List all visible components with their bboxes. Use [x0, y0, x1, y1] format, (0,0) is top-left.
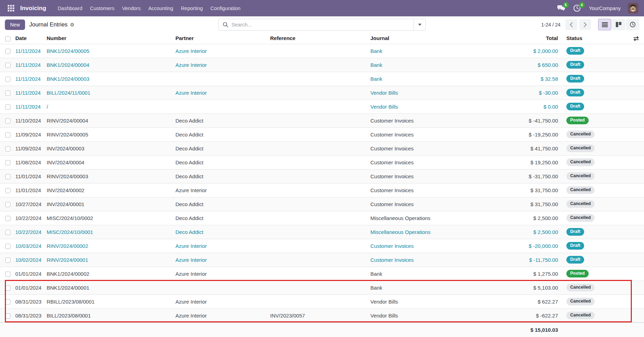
table-row[interactable]: 11/11/2024 BNK1/2024/00003 Bank $ 32.58 …	[0, 72, 644, 86]
table-row[interactable]: 01/01/2024 BNK1/2024/00001 Bank $ 5,103.…	[0, 281, 644, 295]
cell-partner	[175, 281, 270, 295]
menu-customers[interactable]: Customers	[86, 3, 118, 13]
cell-total: $ -30.00	[489, 86, 564, 100]
table-row[interactable]: 11/08/2024 INV/2024/00004 Deco Addict Cu…	[0, 155, 644, 169]
row-select-cell	[0, 253, 15, 267]
row-checkbox[interactable]	[5, 313, 10, 319]
cell-journal: Customer Invoices	[370, 155, 489, 169]
table-row[interactable]: 11/09/2024 INV/2024/00003 Deco Addict Cu…	[0, 141, 644, 155]
menu-vendors[interactable]: Vendors	[118, 3, 144, 13]
action-gear-icon[interactable]: ⚙	[70, 22, 74, 28]
table-row[interactable]: 08/31/2023 BILL/2023/08/0001 Azure Inter…	[0, 308, 644, 322]
adjust-columns-icon[interactable]	[633, 35, 639, 41]
status-badge: Draft	[566, 242, 584, 250]
column-header-journal[interactable]: Journal	[370, 33, 489, 44]
table-row[interactable]: 10/22/2024 MISC/2024/10/0002 Deco Addict…	[0, 211, 644, 225]
cell-reference	[270, 155, 370, 169]
column-header-status[interactable]: Status	[564, 33, 626, 44]
cell-total: $ 2,000.00	[489, 44, 564, 58]
app-name-invoicing[interactable]: Invoicing	[20, 5, 46, 12]
row-select-cell	[0, 86, 15, 100]
cell-status: Draft	[564, 225, 626, 239]
row-checkbox[interactable]	[5, 118, 10, 124]
column-header-reference[interactable]: Reference	[270, 33, 370, 44]
table-row[interactable]: 10/03/2024 RINV/2024/00002 Azure Interio…	[0, 239, 644, 253]
status-badge: Cancelled	[566, 284, 595, 291]
row-checkbox[interactable]	[5, 91, 10, 96]
menu-reporting[interactable]: Reporting	[177, 3, 207, 13]
menu-dashboard[interactable]: Dashboard	[54, 3, 86, 13]
cell-status: Cancelled	[564, 295, 626, 308]
activities-clock-icon[interactable]: 4	[573, 4, 582, 13]
cell-partner: Azure Interior	[175, 58, 270, 72]
new-button[interactable]: New	[5, 19, 25, 30]
kanban-view-button[interactable]	[612, 19, 625, 30]
column-header-total[interactable]: Total	[489, 33, 564, 44]
activities-count-badge: 4	[579, 2, 585, 8]
row-checkbox[interactable]	[5, 63, 10, 68]
pager-next-button[interactable]	[579, 19, 591, 30]
search-dropdown-toggle[interactable]	[414, 19, 425, 30]
column-header-date[interactable]: Date	[15, 33, 47, 44]
row-checkbox[interactable]	[5, 160, 10, 165]
menu-configuration[interactable]: Configuration	[207, 3, 244, 13]
row-checkbox[interactable]	[5, 285, 10, 291]
table-row[interactable]: 01/01/2024 BNK1/2024/00002 Azure Interio…	[0, 267, 644, 281]
table-row[interactable]: 10/22/2024 MISC/2024/10/0001 Deco Addict…	[0, 225, 644, 239]
table-row[interactable]: 10/02/2024 RINV/2024/00001 Azure Interio…	[0, 253, 644, 267]
select-all-checkbox[interactable]	[5, 36, 10, 41]
cell-date: 11/10/2024	[15, 113, 47, 127]
table-row[interactable]: 11/11/2024 BNK1/2024/00004 Azure Interio…	[0, 58, 644, 72]
apps-grid-icon[interactable]	[6, 3, 16, 14]
table-row[interactable]: 11/11/2024 BILL/2024/11/0001 Azure Inter…	[0, 86, 644, 100]
table-row[interactable]: 11/09/2024 RINV/2024/00005 Deco Addict C…	[0, 127, 644, 141]
messages-icon[interactable]: 5	[557, 4, 566, 13]
cell-number: BNK1/2024/00002	[47, 267, 175, 281]
row-checkbox[interactable]	[5, 188, 10, 193]
cell-number: INV/2024/00001	[47, 197, 175, 211]
row-select-cell	[0, 113, 15, 127]
table-row[interactable]: 11/10/2024 RINV/2024/00004 Deco Addict C…	[0, 113, 644, 127]
row-checkbox[interactable]	[5, 49, 10, 54]
cell-date: 11/11/2024	[15, 72, 47, 86]
row-checkbox[interactable]	[5, 77, 10, 82]
row-checkbox[interactable]	[5, 244, 10, 249]
cell-date: 11/11/2024	[15, 58, 47, 72]
row-checkbox[interactable]	[5, 104, 10, 110]
cell-number: /	[47, 100, 175, 113]
row-checkbox[interactable]	[5, 230, 10, 235]
table-row[interactable]: 10/27/2024 INV/2024/00001 Deco Addict Cu…	[0, 197, 644, 211]
cell-journal: Miscellaneous Operations	[370, 211, 489, 225]
user-avatar[interactable]	[628, 3, 638, 14]
list-view-button[interactable]	[598, 19, 611, 30]
column-header-number[interactable]: Number	[47, 33, 175, 44]
row-checkbox[interactable]	[5, 146, 10, 151]
table-row[interactable]: 11/01/2024 RINV/2024/00003 Deco Addict C…	[0, 169, 644, 183]
cell-spacer	[626, 86, 644, 100]
row-checkbox[interactable]	[5, 272, 10, 277]
table-row[interactable]: 11/11/2024 / Vendor Bills $ 0.00 Draft	[0, 100, 644, 113]
status-badge: Cancelled	[566, 186, 595, 194]
status-badge: Cancelled	[566, 298, 595, 305]
search-input[interactable]	[231, 22, 414, 28]
row-checkbox[interactable]	[5, 202, 10, 207]
table-row[interactable]: 11/11/2024 BNK1/2024/00005 Azure Interio…	[0, 44, 644, 58]
pager-previous-button[interactable]	[565, 19, 577, 30]
table-row[interactable]: 08/31/2023 RBILL/2023/08/0001 Azure Inte…	[0, 295, 644, 308]
table-row[interactable]: 11/01/2024 INV/2024/00002 Azure Interior…	[0, 183, 644, 197]
footer-total-sum: $ 15,010.03	[489, 322, 564, 337]
cell-partner: Azure Interior	[175, 239, 270, 253]
company-switcher[interactable]: YourCompany	[589, 6, 621, 11]
row-checkbox[interactable]	[5, 132, 10, 138]
row-checkbox[interactable]	[5, 299, 10, 305]
cell-date: 11/11/2024	[15, 100, 47, 113]
menu-accounting[interactable]: Accounting	[144, 3, 177, 13]
row-checkbox[interactable]	[5, 258, 10, 263]
cell-spacer	[626, 72, 644, 86]
row-checkbox[interactable]	[5, 174, 10, 179]
cell-date: 11/01/2024	[15, 183, 47, 197]
column-header-partner[interactable]: Partner	[175, 33, 270, 44]
row-select-cell	[0, 72, 15, 86]
activity-view-button[interactable]	[626, 19, 639, 30]
row-checkbox[interactable]	[5, 216, 10, 221]
